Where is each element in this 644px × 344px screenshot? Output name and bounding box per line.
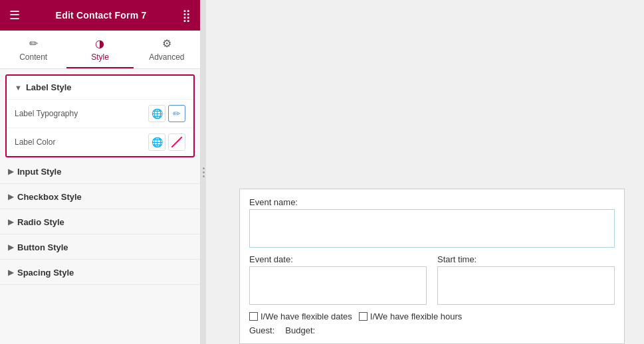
label-color-label: Label Color bbox=[15, 137, 55, 147]
start-time-label: Start time: bbox=[437, 254, 615, 264]
section-button-style: ▶ Button Style bbox=[0, 236, 200, 260]
guest-label: Guest: bbox=[249, 325, 274, 335]
label-color-row: Label Color 🌐 bbox=[7, 128, 193, 156]
resize-dots bbox=[203, 167, 205, 177]
style-icon: ◑ bbox=[95, 37, 104, 50]
section-input-style-header[interactable]: ▶ Input Style bbox=[0, 160, 200, 183]
section-input-style: ▶ Input Style bbox=[0, 160, 200, 184]
checkboxes-row: I/We have flexible dates I/We have flexi… bbox=[249, 311, 615, 321]
flexible-dates-item: I/We have flexible dates bbox=[249, 311, 352, 321]
panel-body: ▼ Label Style Label Typography 🌐 ✏ Label… bbox=[0, 69, 200, 344]
tab-style-label: Style bbox=[91, 52, 109, 62]
label-color-global-btn[interactable]: 🌐 bbox=[148, 133, 165, 151]
label-typography-controls: 🌐 ✏ bbox=[148, 105, 185, 122]
event-name-label: Event name: bbox=[249, 197, 615, 207]
event-name-input[interactable] bbox=[249, 209, 615, 248]
label-typography-global-btn[interactable]: 🌐 bbox=[148, 105, 165, 122]
flexible-hours-label: I/We have flexible hours bbox=[370, 311, 463, 321]
advanced-icon: ⚙ bbox=[162, 37, 171, 50]
chevron-right-icon: ▶ bbox=[8, 193, 13, 201]
section-input-style-title: Input Style bbox=[17, 167, 61, 177]
section-checkbox-style-title: Checkbox Style bbox=[17, 192, 82, 202]
section-button-style-header[interactable]: ▶ Button Style bbox=[0, 236, 200, 259]
guest-budget-row: Guest: Budget: bbox=[249, 325, 615, 335]
section-spacing-style-header[interactable]: ▶ Spacing Style bbox=[0, 261, 200, 284]
tab-advanced-label: Advanced bbox=[149, 52, 184, 62]
right-panel: Event name: Event date: Start time: I/We… bbox=[206, 0, 644, 344]
chevron-right-icon: ▶ bbox=[8, 167, 13, 176]
label-color-picker-btn[interactable] bbox=[168, 133, 185, 151]
budget-label: Budget: bbox=[285, 325, 315, 335]
tab-content[interactable]: ✏ Content bbox=[0, 31, 66, 68]
left-panel: ☰ Edit Contact Form 7 ⣿ ✏ Content ◑ Styl… bbox=[0, 0, 201, 344]
section-spacing-style-title: Spacing Style bbox=[17, 268, 74, 278]
event-date-input[interactable] bbox=[249, 266, 427, 305]
start-time-input[interactable] bbox=[437, 266, 615, 305]
event-date-label: Event date: bbox=[249, 254, 427, 264]
label-typography-edit-btn[interactable]: ✏ bbox=[168, 105, 185, 122]
panel-header: ☰ Edit Contact Form 7 ⣿ bbox=[0, 0, 200, 31]
section-radio-style-header[interactable]: ▶ Radio Style bbox=[0, 211, 200, 234]
section-checkbox-style-header[interactable]: ▶ Checkbox Style bbox=[0, 185, 200, 209]
flexible-dates-label: I/We have flexible dates bbox=[261, 311, 352, 321]
resize-handle[interactable] bbox=[201, 0, 206, 344]
hamburger-icon[interactable]: ☰ bbox=[9, 9, 20, 21]
chevron-right-icon: ▶ bbox=[8, 218, 13, 226]
chevron-down-icon: ▼ bbox=[15, 84, 22, 92]
chevron-right-icon: ▶ bbox=[8, 243, 13, 252]
tab-style[interactable]: ◑ Style bbox=[66, 31, 133, 68]
flexible-dates-checkbox[interactable] bbox=[249, 312, 258, 321]
flexible-hours-item: I/We have flexible hours bbox=[359, 311, 463, 321]
section-button-style-title: Button Style bbox=[17, 242, 68, 252]
section-label-style-title: Label Style bbox=[26, 82, 72, 92]
tab-advanced[interactable]: ⚙ Advanced bbox=[134, 31, 200, 68]
section-spacing-style: ▶ Spacing Style bbox=[0, 261, 200, 285]
section-radio-style: ▶ Radio Style bbox=[0, 211, 200, 234]
section-label-style: ▼ Label Style Label Typography 🌐 ✏ Label… bbox=[5, 74, 195, 157]
panel-tabs: ✏ Content ◑ Style ⚙ Advanced bbox=[0, 31, 200, 69]
section-radio-style-title: Radio Style bbox=[17, 217, 64, 227]
label-color-controls: 🌐 bbox=[148, 133, 185, 151]
event-name-group: Event name: bbox=[249, 197, 615, 248]
tab-content-label: Content bbox=[19, 52, 47, 62]
content-icon: ✏ bbox=[29, 37, 38, 50]
start-time-col: Start time: bbox=[437, 254, 615, 305]
panel-title: Edit Contact Form 7 bbox=[56, 10, 147, 21]
event-date-col: Event date: bbox=[249, 254, 427, 305]
section-label-style-header[interactable]: ▼ Label Style bbox=[7, 76, 193, 99]
label-typography-label: Label Typography bbox=[15, 109, 78, 118]
grid-icon[interactable]: ⣿ bbox=[182, 9, 191, 21]
date-time-row: Event date: Start time: bbox=[249, 254, 615, 305]
chevron-right-icon: ▶ bbox=[8, 268, 13, 277]
section-checkbox-style: ▶ Checkbox Style bbox=[0, 185, 200, 209]
form-preview: Event name: Event date: Start time: I/We… bbox=[239, 189, 625, 344]
label-typography-row: Label Typography 🌐 ✏ bbox=[7, 99, 193, 128]
flexible-hours-checkbox[interactable] bbox=[359, 312, 368, 321]
